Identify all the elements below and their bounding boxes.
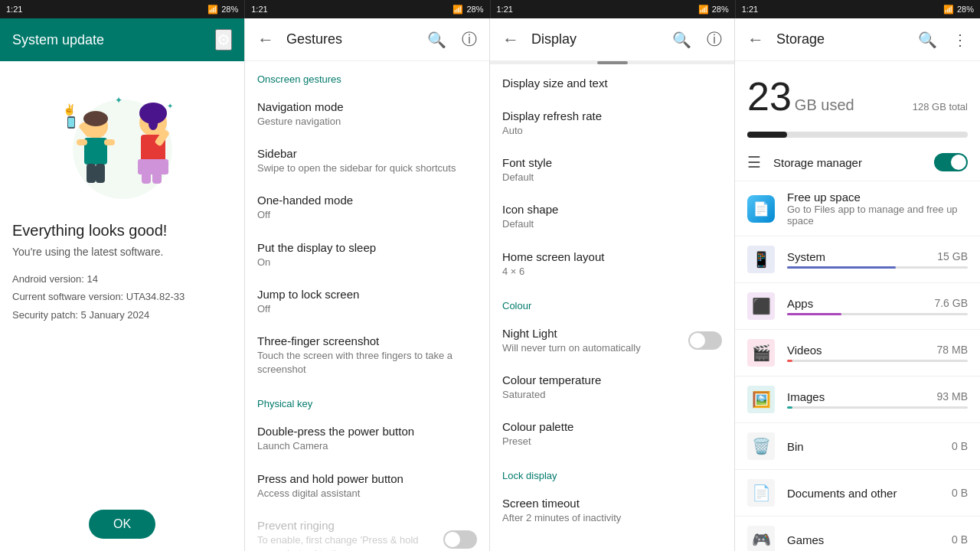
screen-timeout-sub: After 2 minutes of inactivity (502, 511, 722, 525)
display-header-icons: 🔍 ⓘ (666, 23, 728, 56)
storage-gb-used: 23GB used (747, 73, 854, 119)
colour-temp-sub: Saturated (502, 388, 722, 402)
three-finger-item[interactable]: Three-finger screenshot Touch the screen… (245, 325, 489, 386)
status-bar-4: 1:21 📶 28% (736, 0, 980, 18)
storage-search-button[interactable]: 🔍 (912, 24, 943, 55)
prevent-ringing-toggle[interactable] (443, 530, 477, 549)
storage-item-system[interactable]: 📱 System 15 GB (735, 236, 980, 283)
display-search-button[interactable]: 🔍 (666, 23, 697, 56)
icon-shape-item[interactable]: Icon shape Default (490, 194, 734, 240)
gestures-content: Onscreen gestures Navigation mode Gestur… (245, 61, 489, 551)
prevent-ringing-sub: To enable, first change 'Press & hold po… (257, 533, 443, 551)
display-back-button[interactable]: ← (496, 24, 525, 56)
prevent-ringing-title: Prevent ringing (257, 519, 443, 532)
jump-lock-item[interactable]: Jump to lock screen Off (245, 279, 489, 325)
one-handed-title: One-handed mode (257, 194, 477, 207)
storage-manager-toggle[interactable] (934, 153, 968, 171)
night-light-item[interactable]: Night Light Will never turn on automatic… (490, 318, 734, 364)
gestures-title: Gestures (286, 31, 421, 47)
videos-icon: 🎬 (747, 339, 775, 367)
wifi-icon-2: 📶 (452, 5, 463, 15)
free-up-space-item[interactable]: 📄 Free up space Go to Files app to manag… (735, 181, 980, 236)
ok-btn-container: OK (0, 497, 244, 551)
jump-lock-sub: Off (257, 302, 477, 316)
press-hold-sub: Access digital assistant (257, 487, 477, 500)
gestures-back-button[interactable]: ← (251, 24, 280, 56)
press-hold-power-item[interactable]: Press and hold power button Access digit… (245, 463, 489, 510)
home-screen-layout-item[interactable]: Home screen layout 4 × 6 (490, 241, 734, 288)
double-press-power-item[interactable]: Double-press the power button Launch Cam… (245, 416, 489, 462)
system-update-title: System update (12, 32, 104, 48)
colour-temperature-item[interactable]: Colour temperature Saturated (490, 364, 734, 411)
display-sleep-title: Put the display to sleep (257, 241, 477, 254)
ok-button[interactable]: OK (89, 510, 155, 539)
storage-item-bin[interactable]: 🗑️ Bin 0 B (735, 423, 980, 470)
icons-3: 📶 28% (698, 5, 729, 15)
home-screen-sub: 4 × 6 (502, 265, 722, 279)
physical-key-label: Physical key (245, 386, 489, 416)
three-finger-sub: Touch the screen with three fingers to t… (257, 349, 477, 377)
images-icon: 🖼️ (747, 386, 775, 413)
display-size-text-item[interactable]: Display size and text (490, 67, 734, 100)
display-sleep-item[interactable]: Put the display to sleep On (245, 232, 489, 279)
night-light-toggle[interactable] (688, 331, 722, 350)
storage-item-documents[interactable]: 📄 Documents and other 0 B (735, 470, 980, 517)
navigation-mode-item[interactable]: Navigation mode Gesture navigation (245, 91, 489, 138)
documents-icon: 📄 (747, 479, 775, 507)
colour-temp-title: Colour temperature (502, 373, 722, 386)
svg-rect-2 (84, 138, 107, 165)
wifi-icon-1: 📶 (207, 5, 218, 15)
storage-manager-icon: ☰ (747, 153, 761, 171)
colour-palette-item[interactable]: Colour palette Preset (490, 411, 734, 458)
svg-rect-13 (142, 164, 151, 184)
storage-title: Storage (776, 31, 912, 47)
display-help-button[interactable]: ⓘ (701, 23, 728, 56)
illustration: ✌ ✦ ✦ (46, 84, 199, 207)
colour-palette-title: Colour palette (502, 420, 722, 433)
font-style-title: Font style (502, 156, 722, 169)
storage-more-button[interactable]: ⋮ (946, 24, 974, 55)
gestures-search-button[interactable]: 🔍 (421, 23, 452, 56)
storage-manager-label: Storage manager (773, 156, 934, 169)
display-refresh-item[interactable]: Display refresh rate Auto (490, 100, 734, 147)
storage-back-button[interactable]: ← (741, 24, 770, 56)
display-size-title: Display size and text (502, 77, 722, 90)
svg-rect-5 (87, 164, 96, 183)
gear-button[interactable]: ⚙ (215, 29, 232, 51)
gestures-help-button[interactable]: ⓘ (456, 23, 483, 56)
storage-item-videos[interactable]: 🎬 Videos 78 MB (735, 330, 980, 377)
storage-content: 23GB used 128 GB total ☰ Storage manager (735, 61, 980, 551)
gestures-panel: ← Gestures 🔍 ⓘ Onscreen gestures Navigat… (245, 18, 490, 551)
time-2: 1:21 (251, 5, 267, 14)
bin-name: Bin (787, 440, 952, 453)
time-1: 1:21 (6, 5, 22, 14)
storage-manager-row[interactable]: ☰ Storage manager (735, 144, 980, 181)
storage-item-apps[interactable]: ⬛ Apps 7.6 GB (735, 283, 980, 330)
bin-icon: 🗑️ (747, 432, 775, 460)
videos-size: 78 MB (937, 344, 968, 357)
one-handed-sub: Off (257, 208, 477, 222)
apps-bar (787, 313, 968, 315)
storage-item-images[interactable]: 🖼️ Images 93 MB (735, 377, 980, 423)
wifi-icon-3: 📶 (698, 5, 709, 15)
storage-item-games[interactable]: 🎮 Games 0 B (735, 517, 980, 551)
storage-bar-fill (747, 132, 787, 138)
storage-header-icons: 🔍 ⋮ (912, 24, 974, 55)
icons-1: 📶 28% (207, 5, 238, 15)
free-up-icon: 📄 (747, 195, 775, 223)
images-info-col: Images 93 MB (787, 390, 968, 409)
gestures-header: ← Gestures 🔍 ⓘ (245, 18, 489, 61)
font-style-item[interactable]: Font style Default (490, 147, 734, 194)
display-header: ← Display 🔍 ⓘ (490, 18, 734, 61)
storage-number: 23 (747, 74, 792, 119)
time-4: 1:21 (742, 5, 758, 14)
files-icon: 📄 (753, 201, 769, 217)
games-name: Games (787, 533, 952, 546)
images-bar (787, 406, 968, 409)
system-size: 15 GB (937, 250, 968, 263)
screen-timeout-item[interactable]: Screen timeout After 2 minutes of inacti… (490, 487, 734, 534)
wifi-icon-4: 📶 (943, 5, 954, 15)
one-handed-mode-item[interactable]: One-handed mode Off (245, 184, 489, 231)
sidebar-item[interactable]: Sidebar Swipe to open the sidebar for qu… (245, 138, 489, 184)
system-update-content: ✌ ✦ ✦ Everything looks good! You're usin… (0, 61, 244, 497)
